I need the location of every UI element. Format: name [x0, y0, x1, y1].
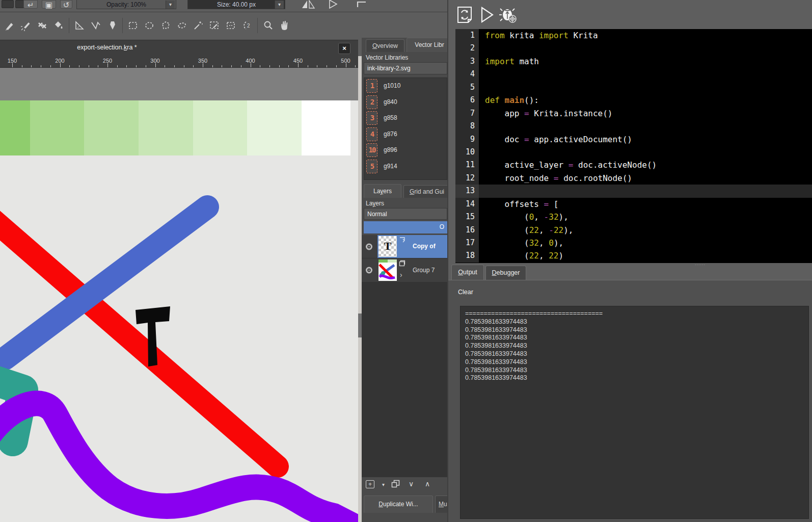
code-text: active_layer = doc.activeNode() — [485, 159, 657, 171]
opacity-dropdown-arrow-icon[interactable]: ▾ — [166, 1, 175, 9]
script-output-area[interactable]: ===================================== 0.… — [460, 306, 809, 519]
layer-visible-icon[interactable] — [365, 266, 373, 274]
add-layer-dropdown[interactable]: ▾ — [382, 482, 385, 487]
layers-label: Layers — [366, 200, 384, 207]
debug-script-button[interactable] — [499, 5, 518, 24]
layer-row-copy-of[interactable]: T Copy of — [362, 235, 447, 258]
size-label: Size: 40.00 px — [217, 1, 256, 8]
mirror-view-button[interactable] — [301, 0, 318, 9]
tab-duplicate-window[interactable]: Duplicate Wi... — [364, 495, 433, 513]
vector-item-name: g1010 — [384, 82, 400, 89]
gradient-chooser-button[interactable] — [2, 0, 14, 8]
line-number: 6 — [455, 94, 479, 107]
opacity-slider[interactable]: Opacity: 100% ▾ — [76, 0, 176, 9]
polyline-tool[interactable] — [88, 18, 103, 33]
line-number: 18 — [455, 249, 479, 262]
code-line: 12 root_node = doc.rootNode() — [455, 172, 812, 185]
canvas[interactable] — [0, 68, 358, 522]
ellipse-select-tool[interactable] — [142, 18, 157, 33]
freehand-select-tool[interactable] — [174, 18, 190, 33]
run-script-button[interactable] — [478, 5, 496, 24]
close-document-button[interactable]: × — [338, 43, 350, 54]
line-number: 17 — [455, 237, 479, 249]
new-script-button[interactable] — [455, 5, 474, 24]
library-select[interactable]: ink-library-2.svg — [364, 62, 447, 74]
pan-tool[interactable] — [277, 18, 292, 33]
canvas-scrollbar-thumb[interactable] — [358, 314, 362, 337]
reload-preset-button[interactable]: ↺ — [60, 0, 72, 9]
vector-list-item[interactable]: 5g914 — [364, 159, 447, 175]
polygon-select-tool[interactable] — [158, 18, 173, 33]
tab-overview[interactable]: Overview — [366, 39, 404, 52]
zoom-tool[interactable] — [260, 18, 276, 33]
ruler-tick — [89, 65, 89, 67]
toolbar-separator — [257, 18, 258, 33]
outline-select-tool[interactable] — [223, 18, 238, 33]
reference-pin-tool[interactable] — [104, 18, 120, 33]
reload-script-icon — [456, 6, 473, 24]
duplicate-layer-button[interactable] — [391, 480, 400, 490]
vector-list-item[interactable]: 4g876 — [364, 126, 447, 143]
code-line: 5 — [455, 81, 812, 94]
tab-multibrush[interactable]: Mult — [435, 495, 447, 513]
tab-layers[interactable]: Layers — [364, 184, 401, 198]
code-text: doc = app.activeDocument() — [485, 133, 632, 146]
ruler-tick — [251, 63, 251, 67]
fill-tool[interactable] — [51, 18, 66, 33]
rect-select-tool[interactable] — [125, 18, 141, 33]
code-text: offsets = [ — [485, 198, 559, 211]
clear-output-button[interactable]: Clear — [458, 289, 473, 296]
add-layer-button[interactable]: + — [366, 480, 374, 488]
snap-settings-button[interactable] — [356, 0, 371, 9]
magnetic-select-tool[interactable]: 2 — [239, 18, 255, 33]
right-docker-panel: Overview Vector Libr Vector Libraries in… — [362, 38, 447, 522]
ruler-tick — [269, 65, 270, 67]
canvas-vertical-scrollbar[interactable] — [358, 56, 362, 522]
edit-brush-button[interactable]: ↵ — [23, 0, 38, 9]
paint-layer-icon — [399, 260, 405, 267]
layer-row-group7[interactable]: › Group 7 — [362, 258, 447, 282]
toolbar-separator — [69, 18, 69, 33]
code-editor[interactable]: 1from krita import Krita23import math456… — [455, 29, 812, 263]
polygon-select-icon — [160, 20, 171, 31]
move-layer-up-button[interactable]: ∧ — [425, 480, 430, 488]
tab-vector-libraries[interactable]: Vector Libr — [407, 38, 447, 52]
layer-visible-icon[interactable] — [365, 243, 373, 251]
code-line: 6def main(): — [455, 94, 812, 107]
vector-list-item[interactable]: 2g840 — [364, 94, 447, 111]
magic-wand-icon — [193, 20, 204, 31]
code-text: (22, -22), — [485, 224, 573, 237]
line-number: 5 — [455, 81, 479, 94]
magnetic-select-icon: 2 — [241, 20, 253, 31]
bezier-select-tool[interactable] — [207, 18, 222, 33]
tab-output[interactable]: Output — [451, 265, 484, 280]
document-tab[interactable]: export-selection.kra * — [0, 44, 214, 51]
multibrush-tool[interactable] — [35, 18, 50, 33]
choose-brush-button[interactable]: ▣ — [42, 0, 56, 9]
splitter-grip[interactable]: ...... — [695, 261, 706, 266]
dynamic-brush-tool[interactable] — [18, 18, 34, 33]
ruler-tick — [203, 63, 203, 67]
expander-icon[interactable]: › — [400, 271, 402, 279]
vector-list-item[interactable]: 1g1010 — [364, 78, 447, 94]
code-text: def main(): — [485, 94, 539, 107]
freehand-brush-tool[interactable] — [2, 18, 17, 33]
brush-size-slider[interactable]: Size: 40.00 px ▾ — [187, 0, 285, 9]
vector-list-item[interactable]: 10g896 — [364, 142, 447, 159]
ruler-tick — [136, 65, 137, 67]
line-number: 13 — [455, 185, 479, 197]
arrow-icon: ↵ — [24, 1, 37, 10]
tab-grid-and-guides[interactable]: Grid and Gui — [403, 185, 447, 198]
vector-item-name: g914 — [384, 163, 397, 170]
similar-color-select-tool[interactable] — [191, 18, 206, 33]
blend-mode-select[interactable]: Normal — [364, 208, 447, 220]
vector-list-item[interactable]: 3g858 — [364, 110, 447, 126]
move-layer-down-button[interactable]: ∨ — [409, 480, 414, 488]
play-macro-button[interactable] — [327, 0, 342, 9]
tab-debugger[interactable]: Debugger — [485, 266, 526, 280]
krita-toolbox: 2 ...... — [0, 13, 447, 38]
code-text: (22, 22) — [485, 249, 563, 262]
layer-opacity-slider[interactable]: O — [364, 221, 447, 233]
size-dropdown-arrow-icon[interactable]: ▾ — [275, 1, 284, 9]
assistants-tool[interactable] — [72, 18, 87, 33]
